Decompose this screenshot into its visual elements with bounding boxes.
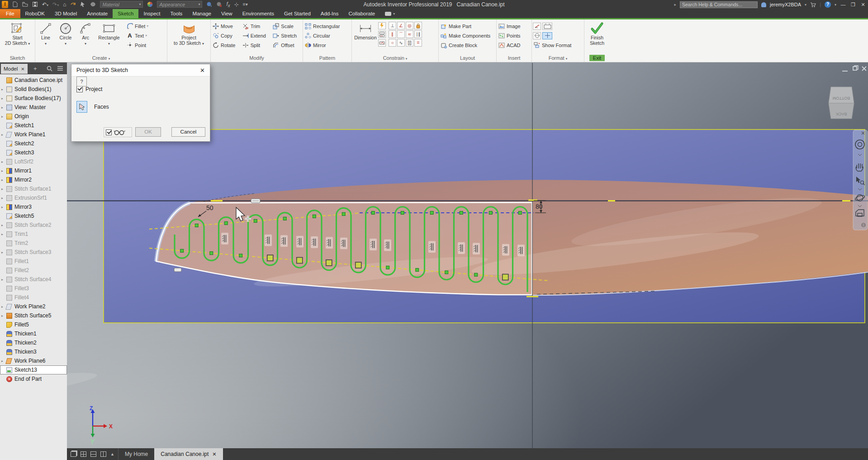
lock-constraint-icon[interactable] [414,22,422,29]
mirror-button[interactable]: Mirror [304,40,340,50]
insert-acad-button[interactable]: ACAD [498,40,521,50]
help-dropdown-icon[interactable]: ▾ [835,3,836,7]
tab-file[interactable]: File [0,9,20,18]
tab-annotate[interactable]: Annotate [82,9,113,18]
start-2d-sketch-button[interactable]: Start2D Sketch ▾ [5,20,30,55]
redo-icon[interactable]: ↷▾ [52,1,59,8]
open-icon[interactable] [22,1,28,7]
tree-item[interactable]: ▸Work Plane2 [0,302,67,311]
driven-dimension-icon[interactable] [542,23,552,30]
tab-view[interactable]: View [216,9,237,18]
smooth-constraint-icon[interactable]: ∿ [397,39,405,47]
tab-tools[interactable]: Tools [166,9,188,18]
tree-item[interactable]: Sketch5 [0,211,67,220]
tree-item[interactable]: ▸LoftSrf2 [0,157,67,166]
group-label-format[interactable]: Format ▾ [532,55,584,62]
preview-toggle[interactable] [104,127,132,137]
faces-select-button[interactable] [76,101,87,113]
measure-icon[interactable]: ⊹ [234,1,239,8]
make-components-button[interactable]: Make Components [440,31,490,40]
constraint-settings-icon[interactable] [378,30,386,38]
inventor-logo-icon[interactable]: I [2,1,8,8]
preview-checkbox[interactable] [106,129,112,135]
select-icon[interactable] [80,1,86,7]
extend-button[interactable]: Extend [242,31,272,40]
tree-item[interactable]: Canadian Canoe.ipt [0,76,67,85]
tree-item[interactable]: ▸Stitch Surface1 [0,184,67,193]
tree-item[interactable]: Fillet3 [0,284,67,293]
fillet-button[interactable]: Fillet ▾ [126,21,148,31]
finish-sketch-button[interactable]: FinishSketch [590,20,604,55]
project-to-3d-sketch-button[interactable]: Projectto 3D Sketch ▾ [174,20,204,55]
dimension-button[interactable]: Dimension [353,20,378,55]
tree-item[interactable]: Sketch2 [0,139,67,148]
tree-item[interactable]: Thicken3 [0,347,67,356]
make-part-button[interactable]: Make Part [440,21,490,31]
clear-appearance-icon[interactable] [216,1,222,7]
return-icon[interactable] [70,1,76,7]
browser-add-icon[interactable]: + [31,65,39,72]
tree-item[interactable]: ▸Mirror2 [0,175,67,184]
show-constraints-icon[interactable] [378,38,386,47]
vertical-constraint-icon[interactable]: ∣∥ [414,30,422,38]
tree-item[interactable]: ▸Stitch Surface3 [0,248,67,257]
insert-image-button[interactable]: Image [498,21,521,31]
tab-my-home[interactable]: My Home [119,448,154,460]
circular-pattern-button[interactable]: Circular [304,31,340,40]
viewcube[interactable]: BOTTOM BACK [829,87,854,119]
tree-item[interactable]: ▸View: Master [0,103,67,112]
username[interactable]: jeremyX2BDA [770,2,801,7]
material-select[interactable]: Material▾ [100,1,143,8]
scale-button[interactable]: Scale [272,21,302,31]
trim-button[interactable]: Trim [242,21,272,31]
parameters-icon[interactable]: fx [226,1,230,8]
arc-button[interactable]: Arc▾ [76,20,95,55]
doc-tab-close-icon[interactable]: ✕ [212,451,216,457]
close-button[interactable]: ✕ [860,2,866,8]
save-icon[interactable] [32,1,38,7]
split-button[interactable]: Split [242,40,272,50]
tree-item[interactable]: Sketch13 [0,365,67,374]
tree-item[interactable]: ▸Trim1 [0,230,67,239]
qat-dropdown-icon[interactable]: ≡▾ [243,2,248,7]
tree-item[interactable]: ▸ExtrusionSrf1 [0,193,67,202]
tree-item[interactable]: ▸Mirror1 [0,166,67,175]
equal-constraint-icon[interactable]: = [414,39,422,47]
dialog-help-button[interactable]: ? [76,77,87,86]
group-label-create[interactable]: Create ▾ [35,55,167,62]
line-button[interactable]: Line▾ [36,20,55,55]
restore-button[interactable]: ❐ [850,2,856,8]
group-label-constrain[interactable]: Constrain ▾ [352,55,438,62]
tree-item[interactable]: Sketch3 [0,148,67,157]
new-file-icon[interactable] [12,1,18,7]
symmetric-constraint-icon[interactable]: [|] [406,39,413,47]
tangent-constraint-icon[interactable]: ⌒ [397,30,405,38]
centerline-icon[interactable] [533,32,541,39]
search-expand-icon[interactable]: ▸ [674,2,677,7]
coincident-constraint-icon[interactable]: ⊥ [389,22,396,29]
tree-item[interactable]: Sketch1 [0,121,67,130]
perpendicular-constraint-icon[interactable]: ○ [389,39,396,47]
circle-button[interactable]: Circle▾ [55,20,76,55]
help-search-input[interactable]: Search Help & Commands... [680,1,758,8]
tab-add-ins[interactable]: Add-Ins [316,9,344,18]
parallel-constraint-icon[interactable]: ∥ [389,30,396,38]
split-horizontal-icon[interactable] [90,451,96,457]
tab-sketch[interactable]: Sketch [113,9,138,18]
tree-item[interactable]: ▸Stitch Surface5 [0,311,67,320]
tab-collaborate[interactable]: Collaborate [343,9,380,18]
center-point-icon[interactable] [542,32,552,39]
horizontal-constraint-icon[interactable]: ≂ [406,30,413,38]
offset-button[interactable]: Offset [272,40,302,50]
tree-item[interactable]: ▸Work Plane6 [0,356,67,365]
browser-tab-model[interactable]: Model✕ [1,64,28,74]
tree-item[interactable]: Thicken2 [0,338,67,347]
tab-robodk[interactable]: RoboDK [20,9,50,18]
minimize-button[interactable]: — [840,2,846,7]
construction-icon[interactable] [533,23,541,30]
rotate-button[interactable]: Rotate [212,40,242,50]
appearance-select[interactable]: Appearance▾ [157,1,202,8]
tree-item[interactable]: Fillet4 [0,293,67,302]
tree-item[interactable]: ▸Surface Bodies(17) [0,94,67,103]
dialog-ok-button[interactable]: OK [135,127,161,137]
